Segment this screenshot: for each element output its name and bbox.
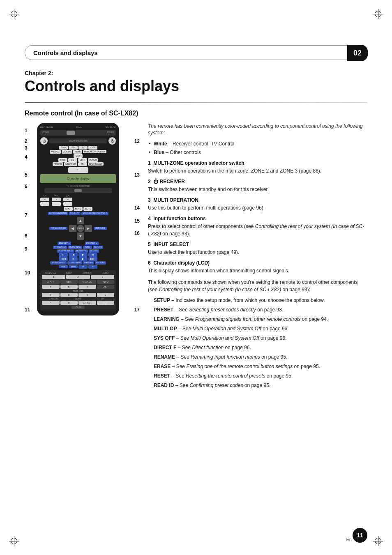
ch-minus-btn[interactable]: – (40, 202, 49, 206)
source-power-btn[interactable]: ⏻ (108, 137, 116, 145)
video-param-btn[interactable]: VIDEO PARAMETER TOOLS (81, 212, 108, 215)
top-menu-btn[interactable]: TOP MENU/BAND (49, 227, 67, 230)
num2-btn[interactable]: 2 (66, 275, 90, 279)
zone-slider[interactable]: ZONE2 ZONE3 (40, 130, 116, 136)
skip-fwd-btn[interactable]: ▶▶| (88, 257, 97, 261)
num4-btn[interactable]: 4 (42, 285, 60, 289)
ann-1: 1 (25, 128, 28, 134)
page-number: 11 (353, 528, 367, 543)
vol-minus-btn[interactable]: – (52, 202, 61, 206)
hdmi-btn[interactable]: HDMI (73, 150, 82, 154)
tv-control-area: TV SOURCE RECEIVER (40, 185, 116, 193)
vol-minus2-btn[interactable]: – (63, 202, 72, 206)
mute2-btn[interactable]: MUTE (83, 207, 92, 211)
home-menu-btn[interactable]: HOME MENU (68, 246, 82, 249)
ch-plus-btn[interactable]: + (40, 198, 49, 201)
aatt-btn[interactable]: A.ATT (42, 280, 60, 284)
tuner-btn[interactable]: TUNER (88, 158, 98, 162)
input-row-1: DVD BD TV DVR (40, 146, 116, 150)
num1-btn[interactable]: 1 (42, 275, 65, 279)
fwd-btn[interactable]: ⏭ (88, 253, 97, 257)
enter-num-btn[interactable]: ENTER (78, 301, 96, 305)
receiver-power-btn[interactable]: ⏻ (40, 137, 48, 145)
dvr-btn[interactable]: DVR (88, 146, 97, 150)
ch-level-btn[interactable]: CH LEVEL (89, 249, 99, 253)
preset-plus-btn[interactable]: PRESET + (85, 242, 99, 245)
tune-list-btn[interactable]: TUNE LIST (69, 212, 81, 215)
input-select-arrow[interactable]: ⭠ (68, 167, 88, 173)
num3-btn[interactable]: 3 (91, 275, 114, 279)
input-btn[interactable]: INPUT (64, 207, 73, 211)
edit-btn[interactable]: EDIT/GUIDE (94, 227, 107, 230)
return-btn[interactable]: RETURN (93, 246, 103, 249)
desc-5-text: Use to select the input function (page 4… (148, 249, 367, 256)
bd-btn[interactable]: BD (69, 146, 78, 150)
lcd-cmd-learning: LEARNING – See Programming signals from … (154, 315, 367, 323)
pty-search-btn[interactable]: PTY SEARCH (53, 246, 67, 249)
cdr-btn[interactable]: CD-R (78, 158, 87, 162)
tune-btn[interactable]: TUNE (83, 246, 92, 249)
num9-btn[interactable]: 9 (78, 293, 96, 297)
minus-btn[interactable]: – (97, 301, 115, 305)
tv-btn[interactable]: TV (78, 146, 88, 150)
disp-btn[interactable]: DISP (97, 285, 115, 289)
mcaec-btn[interactable]: MC/AEC (78, 280, 96, 284)
ipod-btn[interactable]: iPod (58, 158, 67, 162)
loop-btn[interactable]: ↺ (78, 265, 88, 269)
next-btn[interactable]: ▶ (78, 253, 88, 257)
usb-btn[interactable]: USB (74, 154, 83, 158)
lcd-cmd-reset: RESET – See Resetting the remote control… (154, 372, 367, 380)
num7-btn[interactable]: 7 (42, 293, 60, 297)
in-btn[interactable]: IN (78, 162, 87, 166)
sbh-btn[interactable]: SB/s (60, 280, 78, 284)
adv-direct-btn[interactable]: ADV/ORL DIRECT (50, 261, 66, 265)
pty-row: PTY SEARCH HOME MENU TUNE RETURN (40, 246, 116, 249)
num8-btn[interactable]: 8 (60, 293, 78, 297)
status-btn[interactable]: iPod CTRL STATUS (57, 249, 74, 253)
num5-btn[interactable]: 5 (60, 285, 78, 289)
ch-vol-area: CH + – VOL + – VOL + (40, 194, 116, 206)
video2-btn[interactable]: VIDEO2 (62, 150, 72, 154)
vol-plus-btn[interactable]: + (52, 198, 61, 201)
pgm-btn[interactable]: PGM (59, 265, 68, 268)
clr-btn[interactable]: CLR (71, 306, 85, 309)
right-btn[interactable]: ▶ (85, 225, 92, 232)
tv-rcvr-slider[interactable] (44, 188, 112, 193)
desc-3-num: 3 (148, 197, 151, 203)
lcd-cmd-directf: DIRECT F – See Direct function on page 9… (154, 344, 367, 351)
skip-back-btn[interactable]: |◀◀ (59, 257, 68, 261)
desc-2: 2 ⏻ RECEIVER This switches between stand… (148, 179, 367, 193)
plus-btn[interactable]: + (97, 293, 115, 297)
up-btn[interactable]: ▲ (77, 217, 84, 224)
mute-btn[interactable]: MUTE (74, 207, 83, 211)
enter-btn[interactable]: ENTER (77, 225, 84, 232)
vol-plus2-btn[interactable]: + (63, 198, 72, 201)
play-btn[interactable]: ▶ (78, 257, 88, 261)
standard-btn[interactable]: STANDARD (83, 261, 94, 265)
rew-btn[interactable]: ⏮ (59, 253, 68, 257)
multich-btn[interactable]: MULTI CH (64, 162, 77, 166)
stop-btn[interactable]: ■ (69, 257, 78, 261)
menu-btn[interactable]: MENU (69, 265, 78, 268)
tv-src-row: TV SOURCE RECEIVER (40, 185, 116, 187)
down-btn[interactable]: ▼ (77, 233, 84, 240)
phono-btn[interactable]: PHONO (53, 162, 63, 166)
star-btn[interactable]: * (42, 301, 60, 305)
info-btn[interactable]: INFO (97, 280, 115, 284)
left-btn[interactable]: ◀ (69, 225, 76, 232)
adv-surr-btn[interactable]: ADV SURR (95, 261, 106, 265)
video1-btn[interactable]: VIDEO1 (50, 150, 60, 154)
cross-btn[interactable]: ✕ (88, 265, 97, 269)
desc-1-heading: 1 MULTI-ZONE operation selector switch (148, 160, 367, 166)
home-media-btn[interactable]: HOME MEDIA GALLERY (83, 150, 106, 153)
dvd-btn[interactable]: DVD (59, 146, 68, 150)
preset-minus-btn[interactable]: PRESET – (58, 242, 71, 245)
phase-ctrl-btn[interactable]: PHASE CTRL (75, 249, 88, 253)
num6-btn[interactable]: 6 (78, 285, 96, 289)
prev-btn[interactable]: ◀ (69, 253, 78, 257)
audio-param-btn[interactable]: AUDIO PARAMETER (48, 212, 68, 215)
input-select-btn[interactable]: INPUT SELECT (88, 162, 104, 166)
cd-btn[interactable]: CD (68, 158, 77, 162)
num0-btn[interactable]: 0 (60, 301, 78, 305)
stereo-btn[interactable]: STEREO MENU (67, 261, 82, 265)
